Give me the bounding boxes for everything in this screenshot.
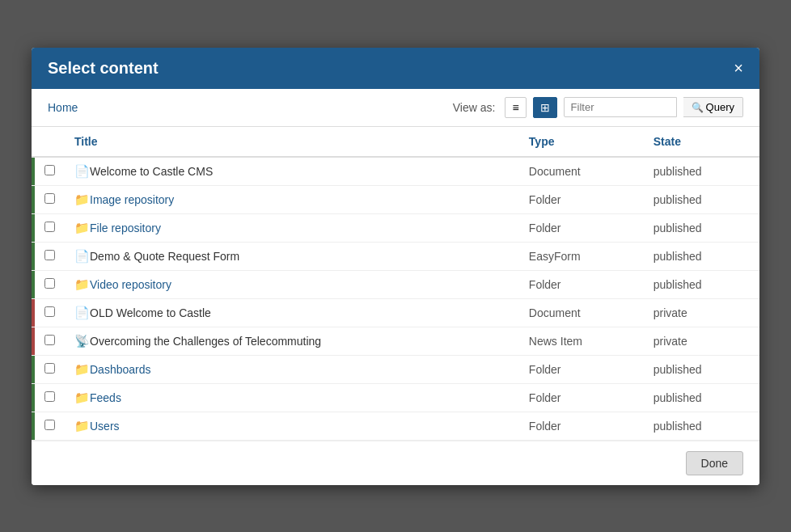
row-checkbox[interactable] <box>44 222 55 232</box>
doc-icon: 📄 <box>74 249 90 264</box>
type-cell: Folder <box>519 355 644 383</box>
checkbox-cell <box>35 355 65 383</box>
row-checkbox[interactable] <box>44 165 55 175</box>
table-row: 📡 Overcoming the Challenges of Telecommu… <box>32 327 759 355</box>
title-text: OLD Welcome to Castle <box>90 306 211 319</box>
type-col-header: Type <box>519 127 644 157</box>
checkbox-cell <box>35 185 65 213</box>
state-cell: private <box>644 327 759 355</box>
title-cell: 📄 Welcome to Castle CMS <box>65 157 519 186</box>
title-cell: 📡 Overcoming the Challenges of Telecommu… <box>65 327 519 355</box>
type-cell: Document <box>519 157 644 186</box>
folder-icon: 📁 <box>74 192 90 207</box>
title-cell: 📁 File repository <box>65 213 519 242</box>
modal-toolbar: Home View as: ≡ ⊞ 🔍Query <box>32 89 759 127</box>
type-cell: Folder <box>519 412 644 440</box>
list-view-button[interactable]: ≡ <box>505 97 526 118</box>
title-link[interactable]: Feeds <box>90 391 121 404</box>
title-cell: 📁 Feeds <box>65 383 519 412</box>
doc-icon: 📄 <box>74 164 90 179</box>
checkbox-cell <box>35 327 65 355</box>
title-col-header: Title <box>65 127 519 157</box>
row-checkbox[interactable] <box>44 420 55 430</box>
table-row: 📁 DashboardsFolderpublished <box>32 355 759 383</box>
row-checkbox[interactable] <box>44 363 55 374</box>
title-cell: 📁 Dashboards <box>65 355 519 383</box>
row-checkbox[interactable] <box>44 306 55 317</box>
broadcast-icon: 📡 <box>74 334 90 348</box>
filter-input[interactable] <box>564 97 677 117</box>
table-body: 📄 Welcome to Castle CMSDocumentpublished… <box>32 157 759 441</box>
type-cell: EasyForm <box>519 242 644 270</box>
toolbar-right: View as: ≡ ⊞ 🔍Query <box>453 97 743 118</box>
table-row: 📄 OLD Welcome to CastleDocumentprivate <box>32 298 759 327</box>
state-cell: private <box>644 298 759 327</box>
folder-icon: 📁 <box>74 391 90 405</box>
state-cell: published <box>644 213 759 242</box>
table-header-row: Title Type State <box>32 127 759 157</box>
title-cell: 📄 Demo & Quote Request Form <box>65 242 519 270</box>
checkbox-cell <box>35 298 65 327</box>
checkbox-cell <box>35 412 65 440</box>
title-link[interactable]: Video repository <box>90 278 171 291</box>
row-checkbox[interactable] <box>44 335 55 345</box>
modal-footer: Done <box>32 441 759 485</box>
modal-title: Select content <box>48 59 159 78</box>
title-link[interactable]: Users <box>90 420 120 433</box>
state-cell: published <box>644 355 759 383</box>
grid-view-button[interactable]: ⊞ <box>533 97 557 118</box>
state-cell: published <box>644 157 759 186</box>
title-link[interactable]: Dashboards <box>90 363 151 376</box>
doc-icon: 📄 <box>74 306 90 320</box>
title-cell: 📁 Image repository <box>65 185 519 213</box>
checkbox-cell <box>35 270 65 298</box>
checkbox-col-header <box>35 127 65 157</box>
title-link[interactable]: File repository <box>90 222 161 234</box>
type-cell: Folder <box>519 383 644 412</box>
folder-icon: 📁 <box>74 419 90 433</box>
table-row: 📁 File repositoryFolderpublished <box>32 213 759 242</box>
folder-icon: 📁 <box>74 277 90 292</box>
table-row: 📁 UsersFolderpublished <box>32 412 759 440</box>
view-as-label: View as: <box>453 101 496 114</box>
modal: Select content × Home View as: ≡ ⊞ 🔍Quer… <box>32 48 759 485</box>
table-row: 📄 Demo & Quote Request FormEasyFormpubli… <box>32 242 759 270</box>
state-cell: published <box>644 242 759 270</box>
checkbox-cell <box>35 213 65 242</box>
row-checkbox[interactable] <box>44 391 55 402</box>
state-cell: published <box>644 412 759 440</box>
type-cell: News Item <box>519 327 644 355</box>
title-text: Welcome to Castle CMS <box>90 165 213 178</box>
title-text: Overcoming the Challenges of Telecommuti… <box>90 335 321 348</box>
query-button[interactable]: 🔍Query <box>683 97 743 117</box>
content-table: Title Type State 📄 Welcome to Castle CMS… <box>32 127 759 441</box>
type-cell: Document <box>519 298 644 327</box>
type-cell: Folder <box>519 270 644 298</box>
state-cell: published <box>644 383 759 412</box>
folder-icon: 📁 <box>74 221 90 235</box>
row-checkbox[interactable] <box>44 250 55 260</box>
type-cell: Folder <box>519 185 644 213</box>
title-cell: 📁 Video repository <box>65 270 519 298</box>
row-checkbox[interactable] <box>44 193 55 204</box>
title-cell: 📁 Users <box>65 412 519 440</box>
state-cell: published <box>644 185 759 213</box>
search-icon: 🔍 <box>692 102 704 113</box>
row-checkbox[interactable] <box>44 278 55 289</box>
title-link[interactable]: Image repository <box>90 193 174 206</box>
state-col-header: State <box>644 127 759 157</box>
folder-icon: 📁 <box>74 362 90 377</box>
table-row: 📁 Video repositoryFolderpublished <box>32 270 759 298</box>
modal-close-button[interactable]: × <box>734 60 743 76</box>
done-button[interactable]: Done <box>686 451 743 475</box>
type-cell: Folder <box>519 213 644 242</box>
checkbox-cell <box>35 242 65 270</box>
checkbox-cell <box>35 157 65 186</box>
table-row: 📁 FeedsFolderpublished <box>32 383 759 412</box>
checkbox-cell <box>35 383 65 412</box>
breadcrumb-home[interactable]: Home <box>48 101 78 114</box>
title-cell: 📄 OLD Welcome to Castle <box>65 298 519 327</box>
modal-overlay: Select content × Home View as: ≡ ⊞ 🔍Quer… <box>0 0 791 532</box>
modal-header: Select content × <box>32 48 759 89</box>
title-text: Demo & Quote Request Form <box>90 250 239 263</box>
